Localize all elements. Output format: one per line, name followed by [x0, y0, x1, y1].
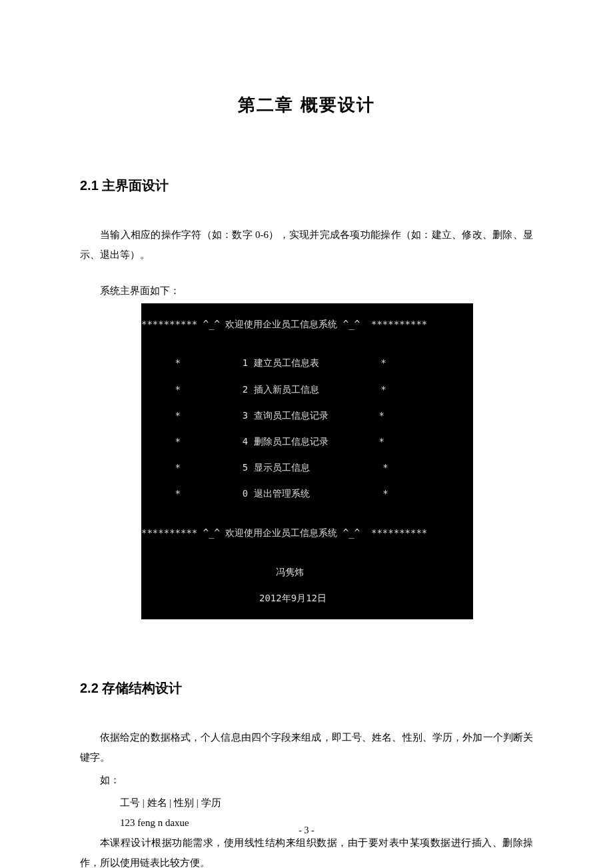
term-menu-5: * 5 显示员工信息 * [141, 461, 473, 475]
term-menu-3: * 3 查询员工信息记录 * [141, 409, 473, 423]
section-2-2-para2: 如： [80, 770, 533, 790]
term-menu-2: * 2 插入新员工信息 * [141, 383, 473, 397]
field-header-row: 工号 | 姓名 | 性别 | 学历 [80, 793, 533, 813]
chapter-title: 第二章 概要设计 [80, 93, 533, 117]
section-2-1-para1: 当输入相应的操作字符（如：数字 0-6），实现并完成各项功能操作（如：建立、修改… [80, 225, 533, 265]
page-number: - 3 - [0, 825, 613, 836]
term-author: 冯隽炜 [141, 566, 473, 579]
term-menu-1: * 1 建立员工信息表 * [141, 357, 473, 370]
terminal-screenshot: ********** ^_^ 欢迎使用企业员工信息系统 ^_^ ********… [141, 303, 473, 619]
section-2-2-para1: 依据给定的数据格式，个人信息由四个字段来组成，即工号、姓名、性别、学历，外加一个… [80, 727, 533, 767]
term-header: ********** ^_^ 欢迎使用企业员工信息系统 ^_^ ********… [141, 318, 473, 331]
term-menu-4: * 4 删除员工信息记录 * [141, 435, 473, 449]
term-menu-0: * 0 退出管理系统 * [141, 487, 473, 501]
section-2-1-para2: 系统主界面如下： [80, 281, 533, 301]
section-2-2-para3: 本课程设计根据功能需求，使用线性结构来组织数据，由于要对表中某项数据进行插入、删… [80, 833, 533, 868]
section-2-2-title: 2.2 存储结构设计 [80, 679, 533, 697]
term-footer: ********** ^_^ 欢迎使用企业员工信息系统 ^_^ ********… [141, 527, 473, 540]
section-2-1-title: 2.1 主界面设计 [80, 177, 533, 195]
term-date: 2012年9月12日 [141, 592, 473, 605]
